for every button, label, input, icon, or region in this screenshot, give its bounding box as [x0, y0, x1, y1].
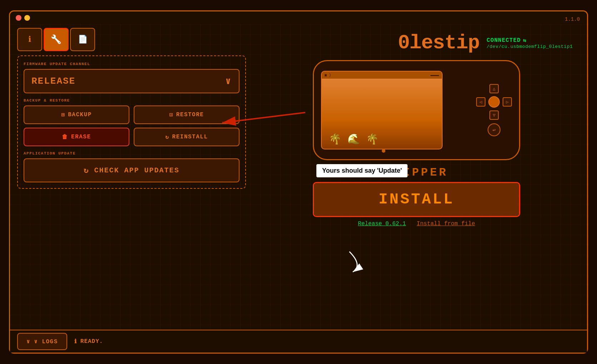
logs-label: ∨ LOGS [34, 338, 58, 345]
refresh-icon: ↻ [84, 166, 89, 175]
dpad-up[interactable]: △ [489, 84, 499, 93]
install-button-wrapper: INSTALL [313, 182, 520, 217]
version-label: 1.1.0 [565, 16, 580, 22]
backup-button[interactable]: ⊞ BACKUP [24, 105, 129, 124]
flipper-device-illustration: ▣ ) ▬▬▬▬ △ ▽ ◁ ▷ ↩ [313, 60, 520, 160]
minimize-button[interactable] [24, 15, 30, 21]
tab-info[interactable]: ℹ [17, 28, 42, 51]
status-bar: ℹ READY. [74, 338, 103, 345]
flipper-controls: △ ▽ ◁ ▷ ↩ [476, 84, 512, 136]
reinstall-icon: ↻ [165, 133, 169, 141]
screen-battery: ▬▬▬▬ [430, 73, 439, 77]
tools-icon: 🔧 [51, 34, 61, 45]
backup-section: BACKUP & RESTORE ⊞ BACKUP ⊡ RESTORE [24, 98, 240, 146]
erase-button[interactable]: 🗑 ERASE [24, 128, 129, 146]
back-button[interactable]: ↩ [488, 123, 500, 136]
connected-badge: CONNECTED ⇆ [487, 37, 527, 44]
speaker-dot [382, 149, 385, 153]
dpad-center[interactable] [488, 96, 500, 108]
dpad-left[interactable]: ◁ [476, 97, 485, 107]
backup-restore-row: ⊞ BACKUP ⊡ RESTORE [24, 105, 240, 124]
chevron-down-icon: ∨ [225, 75, 232, 87]
firmware-section-label: FIRMWARE UPDATE CHANNEL [24, 62, 240, 66]
app-update-section: APPLICATION UPDATE ↻ CHECK APP UPDATES [24, 151, 240, 182]
restore-button[interactable]: ⊡ RESTORE [134, 105, 240, 124]
dpad-right[interactable]: ▷ [503, 97, 512, 107]
tooltip-text: Yours should say 'Update' [322, 167, 402, 174]
screen-scene [322, 79, 442, 149]
dpad: △ ▽ ◁ ▷ [476, 84, 512, 120]
firmware-channel-dropdown[interactable]: RELEASE ∨ [24, 69, 240, 93]
title-bar: 1.1.0 [10, 11, 587, 24]
info-icon: ℹ [28, 35, 31, 44]
close-button[interactable] [16, 15, 21, 21]
tab-document[interactable]: 📄 [70, 28, 95, 51]
logs-button[interactable]: ∨ ∨ LOGS [17, 333, 67, 350]
dpad-down[interactable]: ▽ [489, 110, 499, 120]
install-button[interactable]: INSTALL [314, 183, 519, 216]
reinstall-button[interactable]: ↻ REINSTALL [134, 128, 240, 146]
erase-reinstall-row: 🗑 ERASE ↻ REINSTALL [24, 128, 240, 146]
firmware-channel-value: RELEASE [31, 76, 75, 87]
tab-tools[interactable]: 🔧 [44, 28, 69, 51]
bottom-bar: ∨ ∨ LOGS ℹ READY. [10, 330, 587, 353]
document-icon: 📄 [78, 35, 88, 44]
backup-icon: ⊞ [61, 111, 65, 118]
main-window: 1.1.0 ℹ 🔧 📄 FIRMWARE UPDATE [9, 10, 588, 354]
app-update-label: APPLICATION UPDATE [24, 151, 240, 156]
device-header: 0lestip CONNECTED ⇆ /dev/cu.usbmodemflip… [253, 31, 580, 54]
trash-icon: 🗑 [62, 134, 68, 141]
screen-top-bar: ▣ ) ▬▬▬▬ [322, 72, 442, 79]
connection-info: CONNECTED ⇆ /dev/cu.usbmodemflip_0lestip… [487, 37, 573, 49]
backup-section-label: BACKUP & RESTORE [24, 98, 240, 103]
tooltip-box: Yours should say 'Update' [316, 164, 408, 177]
install-area: Yours should say 'Update' INSTALL Releas… [313, 182, 520, 227]
tab-bar: ℹ 🔧 📄 [17, 28, 246, 51]
install-footer: Release 0.62.1 Install from file [313, 221, 520, 227]
release-link[interactable]: Release 0.62.1 [358, 221, 406, 227]
right-panel: 0lestip CONNECTED ⇆ /dev/cu.usbmodemflip… [253, 28, 580, 326]
flipper-screen: ▣ ) ▬▬▬▬ [321, 71, 443, 149]
install-from-file-link[interactable]: Install from file [417, 221, 475, 227]
device-path: /dev/cu.usbmodemflip_0lestip1 [487, 44, 573, 49]
settings-panel: FIRMWARE UPDATE CHANNEL RELEASE ∨ BACKUP… [17, 55, 246, 189]
chevron-down-icon: ∨ [26, 338, 30, 345]
main-content: ℹ 🔧 📄 FIRMWARE UPDATE CHANNEL RELEASE ∨ [10, 24, 587, 330]
restore-icon: ⊡ [169, 111, 173, 118]
info-status-icon: ℹ [74, 338, 77, 345]
check-app-updates-button[interactable]: ↻ CHECK APP UPDATES [24, 158, 240, 182]
firmware-section: FIRMWARE UPDATE CHANNEL RELEASE ∨ [24, 62, 240, 93]
left-panel: ℹ 🔧 📄 FIRMWARE UPDATE CHANNEL RELEASE ∨ [17, 28, 246, 326]
connected-status-text: CONNECTED [487, 37, 520, 44]
status-text: READY. [80, 338, 103, 345]
palm-scene [322, 79, 442, 149]
screen-status-icons: ▣ ) [325, 73, 331, 77]
device-name-label: 0lestip [398, 31, 479, 54]
usb-icon: ⇆ [523, 37, 527, 44]
